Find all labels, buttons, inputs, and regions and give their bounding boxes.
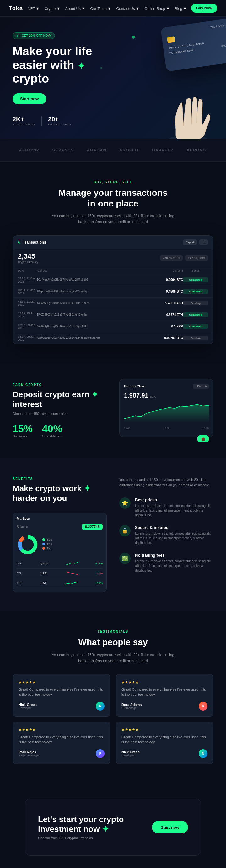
secure-icon: 🔒 xyxy=(119,525,130,536)
donut-svg xyxy=(16,534,39,556)
bitcoin-chart-panel: Bitcoin Chart 1W 1M 1Y 1,987.91 EUR xyxy=(119,379,214,437)
hero-title: Make your life easier with ✦ crypto xyxy=(12,44,113,86)
nav-link-shop[interactable]: Online Shop xyxy=(144,7,165,11)
list-item: XRP 0.54 +0.8% xyxy=(16,578,103,588)
cta-section: Let's start your crypto investment now ✦… xyxy=(25,799,201,856)
chart-period-select[interactable]: 1W 1M 1Y xyxy=(193,384,209,389)
tx-filter-button[interactable]: ⋮ xyxy=(199,240,208,245)
transactions-section: BUY, STORE, SELL Manage your transaction… xyxy=(0,161,226,363)
brand-abadan: abadan xyxy=(87,148,106,152)
brand-aroflit: Aroflit xyxy=(119,148,139,152)
hero-hand-illustration xyxy=(157,85,220,138)
earn-rate-stable: 40% On stablecoins xyxy=(42,423,63,438)
hero-cta-button[interactable]: Start now xyxy=(12,93,46,104)
wallet-icon: 💼 xyxy=(201,437,205,441)
avatar-1: N xyxy=(96,702,105,711)
hero-badge: 🏷 GET 20% OFF NOW xyxy=(12,32,55,39)
navigation: Toka NFT ▾ Crypto ▾ About Us ▾ Our Team … xyxy=(0,0,226,17)
table-row: 44:35, 11 Mar 2019 1AUoMWkFjt2unWnuZ5PkF… xyxy=(13,298,213,309)
table-row: 03:17, 09 Jan 2019 4AYUVNYus03SDsA4J02QJ… xyxy=(13,333,213,344)
table-row: 00:33, 11 Jan 2019 1PRpJzN4TGX4YWJoLnmuW… xyxy=(13,286,213,298)
hero-stat-users: 2K+ Active Users xyxy=(12,116,35,126)
avatar-4: N xyxy=(199,749,208,758)
nav-menu: NFT ▾ Crypto ▾ About Us ▾ Our Team ▾ Con… xyxy=(28,5,186,11)
legend-item: 7% xyxy=(42,547,52,550)
tx-export-button[interactable]: Export xyxy=(183,240,197,245)
svg-point-4 xyxy=(22,539,34,551)
transactions-title: Manage your transactionsin one place xyxy=(12,188,214,209)
stars-1: ★★★★★ xyxy=(18,680,105,684)
testimonial-author-1: Nick Green Developer N xyxy=(18,702,105,711)
chart-wallet-button[interactable]: 💼 xyxy=(197,435,209,442)
earn-section: EARN CRYPTO Deposit crypto earn ✦ intere… xyxy=(0,363,226,458)
donut-chart: 81% 12% 7% xyxy=(16,534,103,556)
nav-link-contact[interactable]: Contact Us xyxy=(116,7,135,11)
earn-right-content: Bitcoin Chart 1W 1M 1Y 1,987.91 EUR xyxy=(119,379,214,442)
nav-link-team[interactable]: Our Team xyxy=(90,7,107,11)
nav-link-blog[interactable]: Blog xyxy=(175,7,182,11)
legend-item: 12% xyxy=(42,542,52,546)
tx-date-range: Jan 28, 2019 Feb 10, 2019 xyxy=(160,255,208,261)
site-logo[interactable]: Toka xyxy=(9,5,23,12)
benefit-secure-text: Secure & insured Lorem ipsum dolor sit a… xyxy=(135,525,214,545)
avatar-3: P xyxy=(96,749,105,758)
stars-2: ★★★★★ xyxy=(121,680,208,684)
cta-start-button[interactable]: Start now xyxy=(152,821,188,833)
hero-credit-card: YOUR BANK 0000 0000 0000 0000 CARDHOLDER… xyxy=(160,18,226,71)
tx-panel-header: € Transactions Export ⋮ xyxy=(13,236,213,249)
testimonials-section: TESTIMONIALS What people say You can buy… xyxy=(0,611,226,783)
testimonial-author-4: Nick Green Developer N xyxy=(121,749,208,758)
benefits-title: Make crypto work ✦ harder on you xyxy=(12,484,107,503)
testimonials-grid: ★★★★★ Great! Compared to everything else… xyxy=(12,674,214,764)
donut-legend: 81% 12% 7% xyxy=(42,538,52,551)
nav-link-crypto[interactable]: Crypto xyxy=(45,7,55,11)
brands-section: AEROVIZ SEVANCS abadan Aroflit happenz A… xyxy=(0,138,226,161)
testimonials-desc: You can buy and sell 150+ cryptocurrenci… xyxy=(50,652,176,664)
sparkline-down xyxy=(66,570,78,576)
benefit-item-fees: 💹 No trading fees Lorem ipsum dolor sit … xyxy=(119,553,214,573)
benefits-left: BENEFITS Make crypto work ✦ harder on yo… xyxy=(12,477,107,592)
stars-3: ★★★★★ xyxy=(18,727,105,732)
cta-title: Let's start your crypto investment now ✦ xyxy=(38,814,124,834)
avatar-2: D xyxy=(199,702,208,711)
table-row: 12:26, 15 Jun 2019 1FMZQ48CQn4k2i3zQfPHV… xyxy=(13,309,213,321)
sparkline-up xyxy=(65,580,77,586)
markets-balance: Balance 0.227746 xyxy=(16,524,103,530)
cta-wrapper: Let's start your crypto investment now ✦… xyxy=(0,783,226,868)
cta-text: Let's start your crypto investment now ✦… xyxy=(38,814,124,840)
earn-left-content: EARN CRYPTO Deposit crypto earn ✦ intere… xyxy=(12,383,107,438)
stars-4: ★★★★★ xyxy=(121,727,208,732)
table-row: 13:22, 11 Dec 2018 1CefHumJ4nGnQHyQb7YMz… xyxy=(13,274,213,286)
benefit-prices-text: Best prices Lorem ipsum dolor sit amet, … xyxy=(135,497,214,518)
legend-item: 81% xyxy=(42,538,52,541)
benefit-item-secure: 🔒 Secure & insured Lorem ipsum dolor sit… xyxy=(119,525,214,545)
nav-buy-button[interactable]: Buy Now xyxy=(191,4,217,12)
testimonials-label: TESTIMONIALS xyxy=(12,630,214,633)
testimonial-card-4: ★★★★★ Great! Compared to everything else… xyxy=(115,721,214,764)
markets-list: BTC 6,0834 +2.4% ETH 1,234 -1.2% X xyxy=(16,559,103,588)
list-item: ETH 1,234 -1.2% xyxy=(16,568,103,578)
benefits-label: BENEFITS xyxy=(12,477,107,480)
nav-link-nft[interactable]: NFT xyxy=(28,7,35,11)
testimonial-text-3: Great! Compared to everything else I've … xyxy=(18,735,105,745)
testimonial-author-2: Dora Adams HR manager D xyxy=(121,702,208,711)
tx-subheader: 2,345 Crypto Directory Jan 28, 2019 Feb … xyxy=(13,249,213,267)
testimonials-title: What people say xyxy=(12,637,214,648)
hero-stats-divider xyxy=(41,116,42,126)
cta-subtitle: Choose from 150+ cryptocurrencies xyxy=(38,836,124,840)
benefit-item-prices: ⭐ Best prices Lorem ipsum dolor sit amet… xyxy=(119,497,214,518)
benefits-right: You can buy and sell 150+ cryptocurrenci… xyxy=(119,477,214,592)
testimonial-text-1: Great! Compared to everything else I've … xyxy=(18,687,105,698)
markets-panel: Markets Balance 0.227746 81% xyxy=(12,513,107,592)
earn-title: Deposit crypto earn ✦ interest xyxy=(12,390,107,409)
chart-price-display: 1,987.91 EUR xyxy=(124,392,209,399)
testimonial-card-3: ★★★★★ Great! Compared to everything else… xyxy=(12,721,111,764)
brand-sevancs: SEVANCS xyxy=(52,148,74,152)
testimonial-text-2: Great! Compared to everything else I've … xyxy=(121,687,208,698)
chart-svg xyxy=(124,399,209,424)
card-chip xyxy=(167,36,175,43)
brand-aeroviz-1: AEROVIZ xyxy=(19,148,40,152)
tx-table-header: Date Address Amount Status xyxy=(13,267,213,274)
benefits-section: BENEFITS Make crypto work ✦ harder on yo… xyxy=(0,458,226,611)
nav-link-about[interactable]: About Us xyxy=(65,7,81,11)
